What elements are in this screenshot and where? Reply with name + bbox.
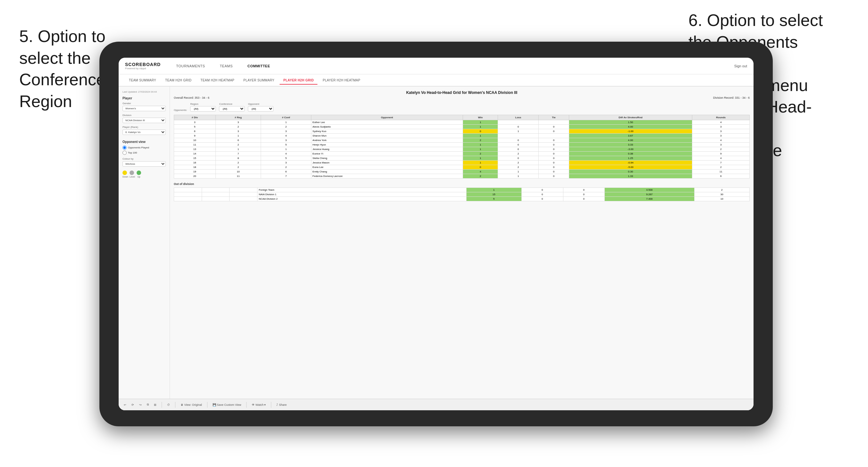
- colour-by-label: Colour by: [123, 157, 166, 160]
- out-of-division-label: Out of division: [174, 182, 750, 186]
- nav-committee[interactable]: COMMITTEE: [245, 63, 273, 69]
- table-row: 331Esther Lee11.504: [174, 120, 750, 125]
- dot-green: [136, 170, 141, 175]
- main-content: Last Updated: 27/03/2024 04:44 Player Ge…: [119, 87, 753, 410]
- table-row: 633Sydney Kuo010-1.003: [174, 129, 750, 134]
- th-div: # Div: [174, 115, 216, 120]
- sidebar-player-title: Player: [123, 96, 166, 100]
- toolbar-sep4: [246, 402, 247, 408]
- sign-out-link[interactable]: Sign out: [734, 64, 747, 68]
- sub-nav-player-h2h-grid[interactable]: PLAYER H2H GRID: [280, 76, 318, 85]
- toolbar-clock[interactable]: ⏱: [167, 403, 170, 406]
- conference-filter-group: Conference (All): [219, 102, 245, 112]
- toolbar-share[interactable]: ⤴ Share: [276, 403, 287, 406]
- tablet: SCOREBOARD Powered by clippd TOURNAMENTS…: [99, 42, 773, 426]
- main-data-table: # Div # Reg # Conf Opponent Win Loss Tie…: [174, 115, 750, 179]
- dot-labels: Down Level Up: [123, 176, 166, 178]
- tablet-screen: SCOREBOARD Powered by clippd TOURNAMENTS…: [119, 58, 753, 410]
- table-row: 1311Jessica Huang100-3.002: [174, 147, 750, 152]
- opponents-label: Opponents:: [174, 108, 187, 112]
- table-row: 1585Stella Cheng1001.254: [174, 156, 750, 161]
- toolbar-paste[interactable]: ⊞: [154, 403, 156, 406]
- dot-row: [123, 170, 166, 175]
- overall-record: Overall Record: 353 - 34 - 6: [174, 96, 209, 99]
- sub-nav-team-h2h-heatmap[interactable]: TEAM H2H HEATMAP: [196, 76, 238, 85]
- content-title: Katelyn Vo Head-to-Head Grid for Women's…: [174, 90, 750, 95]
- table-row: 1623Jessica Mason120-0.947: [174, 161, 750, 165]
- th-reg: # Reg: [215, 115, 261, 120]
- th-rounds: Rounds: [692, 115, 750, 120]
- toolbar-save-custom[interactable]: 💾 Save Custom View: [213, 403, 241, 406]
- colour-by-select[interactable]: Win/loss: [123, 161, 166, 167]
- opponent-filter-label: Opponent: [248, 102, 274, 105]
- dot-gray: [129, 170, 134, 175]
- opponent-filter-group: Opponent (All): [248, 102, 274, 112]
- content-area: Katelyn Vo Head-to-Head Grid for Women's…: [170, 87, 753, 410]
- sub-nav-team-summary[interactable]: TEAM SUMMARY: [125, 76, 160, 85]
- table-row: 1063Andrea York2004.004: [174, 138, 750, 143]
- table-row: 19106Emily Chang4100.3011: [174, 169, 750, 174]
- toolbar-sep5: [271, 402, 271, 408]
- bottom-toolbar: ↩ ⟳ ↪ ⧉ ⊞ ⏱ 🖥 View: Original 💾 Save Cust…: [119, 399, 753, 410]
- toolbar-view-original[interactable]: 🖥 View: Original: [181, 403, 202, 406]
- opponent-filter-select[interactable]: (All): [248, 106, 274, 112]
- ood-table-row: NCAA Division 25007.40010: [174, 197, 750, 201]
- th-tie: Tie: [539, 115, 569, 120]
- toolbar-sep3: [207, 402, 208, 408]
- table-row: 1822Euna Lee020-5.002: [174, 165, 750, 169]
- nav-tournaments[interactable]: TOURNAMENTS: [174, 63, 208, 69]
- toolbar-sep1: [162, 402, 162, 408]
- top-100-radio[interactable]: Top 100: [123, 151, 166, 155]
- opponents-played-radio[interactable]: Opponents Played: [123, 146, 166, 150]
- division-select[interactable]: NCAA Division III: [123, 118, 166, 123]
- logo-scoreboard: SCOREBOARD: [125, 62, 161, 67]
- table-row: 1125Heejo Hyun1003.333: [174, 143, 750, 147]
- table-row: 914Sharon Mun13.673: [174, 134, 750, 138]
- th-win: Win: [463, 115, 498, 120]
- toolbar-undo[interactable]: ↩: [124, 403, 126, 406]
- gender-select[interactable]: Women's: [123, 106, 166, 111]
- logo-sub: Powered by clippd: [125, 67, 161, 70]
- sidebar: Last Updated: 27/03/2024 04:44 Player Ge…: [119, 87, 170, 410]
- opponents-filter-group: Opponents:: [174, 108, 187, 112]
- th-diff: Diff Av Strokes/Rnd: [569, 115, 692, 120]
- opponent-view: Opponent view Opponents Played Top 100: [123, 140, 166, 155]
- filter-row: Opponents: Region (All) Conference (All): [174, 102, 750, 112]
- logo-area: SCOREBOARD Powered by clippd: [125, 62, 161, 70]
- region-filter-label: Region: [190, 102, 216, 105]
- dot-label-down: Down: [123, 176, 127, 178]
- th-opponent: Opponent: [311, 115, 463, 120]
- ood-table-row: Foreign Team1004.5002: [174, 188, 750, 192]
- region-filter-select[interactable]: (All): [190, 106, 216, 112]
- toolbar-copy[interactable]: ⧉: [147, 403, 149, 406]
- dot-label-level: Level: [129, 176, 134, 178]
- division-record: Division Record: 331 - 34 - 6: [713, 96, 750, 99]
- division-label: Division: [123, 114, 166, 117]
- dot-yellow: [123, 170, 127, 175]
- opponent-view-label: Opponent view: [123, 140, 166, 144]
- toolbar-sep2: [175, 402, 176, 408]
- ood-table-row: NAIA Division 115009.26730: [174, 192, 750, 197]
- ood-table: Foreign Team1004.5002NAIA Division 11500…: [174, 187, 750, 201]
- th-loss: Loss: [498, 115, 538, 120]
- dot-label-up: Up: [136, 176, 141, 178]
- conference-filter-select[interactable]: (All): [219, 106, 245, 112]
- nav-teams[interactable]: TEAMS: [217, 63, 235, 69]
- sub-nav-team-h2h-grid[interactable]: TEAM H2H GRID: [161, 76, 195, 85]
- player-rank-select[interactable]: 6. Katelyn Vo: [123, 129, 166, 135]
- table-row: 1474Eunice Yi2200.389: [174, 152, 750, 156]
- gender-label: Gender: [123, 102, 166, 105]
- toolbar-watch[interactable]: 👁 Watch ▾: [252, 403, 266, 406]
- region-filter-group: Region (All): [190, 102, 216, 112]
- last-updated: Last Updated: 27/03/2024 04:44: [123, 90, 166, 93]
- sub-nav-player-summary[interactable]: PLAYER SUMMARY: [240, 76, 278, 85]
- toolbar-redo-back[interactable]: ⟳: [131, 403, 134, 406]
- th-conf: # Conf: [261, 115, 311, 120]
- sub-nav-player-h2h-heatmap[interactable]: PLAYER H2H HEATMAP: [319, 76, 364, 85]
- records-row: Overall Record: 353 - 34 - 6 Division Re…: [174, 96, 750, 99]
- sub-nav: TEAM SUMMARY TEAM H2H GRID TEAM H2H HEAT…: [119, 74, 753, 87]
- table-row: 20117Federica Domecq Lacroze2101.336: [174, 174, 750, 179]
- conference-filter-label: Conference: [219, 102, 245, 105]
- top-nav: SCOREBOARD Powered by clippd TOURNAMENTS…: [119, 58, 753, 74]
- toolbar-redo[interactable]: ↪: [139, 403, 142, 406]
